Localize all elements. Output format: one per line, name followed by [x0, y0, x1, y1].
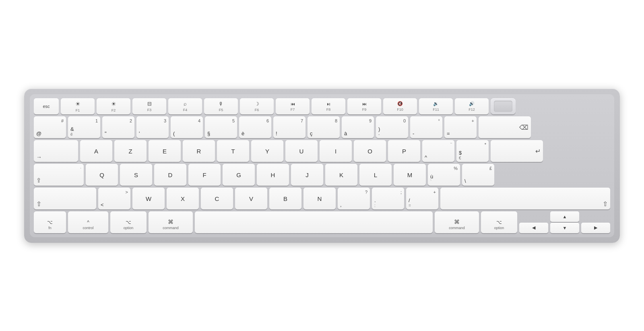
key-6[interactable]: 6 è [239, 116, 271, 138]
number-row: # @ 1 & é 2 " [34, 116, 610, 138]
key-f2[interactable]: ☀ F2 [97, 98, 130, 114]
key-9[interactable]: 9 à [342, 116, 374, 138]
key-m[interactable]: M [394, 164, 426, 186]
key-f8[interactable]: ⏯ F8 [312, 98, 345, 114]
key-j[interactable]: J [291, 164, 323, 186]
key-k[interactable]: K [325, 164, 357, 186]
key-l[interactable]: L [359, 164, 392, 186]
key-f4[interactable]: ⌕ F4 [168, 98, 202, 114]
key-f12[interactable]: 🔊 F12 [455, 98, 489, 114]
key-0[interactable]: 0 ) - [376, 116, 408, 138]
keyboard-inner: esc ☀ F1 ☀ F2 ⊟ F3 [30, 94, 614, 237]
key-enter[interactable]: ↵ [491, 140, 543, 162]
key-r[interactable]: R [183, 140, 215, 162]
key-3[interactable]: 3 ' [136, 116, 169, 138]
key-backspace[interactable]: ⌫ [479, 116, 531, 138]
key-h[interactable]: H [257, 164, 289, 186]
key-right-option[interactable]: ⌥ option [481, 211, 517, 233]
key-left-shift[interactable]: ⇧ [34, 188, 96, 209]
key-right-shift[interactable]: ⇧ [440, 188, 610, 209]
qwerty-row: → A Z E R T Y U [34, 140, 610, 162]
key-capslock[interactable]: · ⇪ [34, 164, 84, 186]
zxcv-row: ⇧ > < W X C V B [34, 188, 610, 209]
key-s[interactable]: S [120, 164, 152, 186]
key-slash[interactable]: + / = [406, 188, 438, 209]
key-arrow-right[interactable]: ▶ [581, 223, 610, 233]
key-f10[interactable]: 🔇 F10 [383, 98, 417, 114]
key-e[interactable]: E [149, 140, 181, 162]
key-8[interactable]: 8 ç [308, 116, 340, 138]
key-n[interactable]: N [303, 188, 336, 209]
key-q[interactable]: Q [86, 164, 118, 186]
key-i[interactable]: I [320, 140, 352, 162]
key-arrow-up[interactable]: ▲ [550, 211, 579, 222]
key-apos[interactable]: % ù ` [428, 164, 460, 186]
key-minus[interactable]: ° - [410, 116, 442, 138]
touch-id-button[interactable] [491, 98, 516, 114]
key-f9[interactable]: ⏭ F9 [347, 98, 381, 114]
key-fn[interactable]: ⌥ fn [34, 211, 66, 233]
key-f3[interactable]: ⊟ F3 [132, 98, 166, 114]
key-f6[interactable]: ☽ F6 [240, 98, 274, 114]
key-v[interactable]: V [235, 188, 267, 209]
key-o[interactable]: O [354, 140, 386, 162]
key-f[interactable]: F [188, 164, 221, 186]
key-g[interactable]: G [223, 164, 255, 186]
key-f5[interactable]: 🎙 F5 [204, 98, 238, 114]
key-hash[interactable]: £ \ [462, 164, 494, 186]
key-lbracket[interactable]: ¨ ^ [422, 140, 454, 162]
bottom-row: ⌥ fn ^ control ⌥ option [34, 211, 610, 233]
key-d[interactable]: D [154, 164, 186, 186]
key-a[interactable]: A [80, 140, 112, 162]
key-5[interactable]: 5 § [205, 116, 237, 138]
key-y[interactable]: Y [251, 140, 283, 162]
key-7[interactable]: 7 ! [273, 116, 305, 138]
key-spacebar[interactable] [195, 211, 433, 233]
key-4[interactable]: 4 ( [171, 116, 203, 138]
key-f1[interactable]: ☀ F1 [61, 98, 95, 114]
key-b[interactable]: B [269, 188, 301, 209]
key-left-option[interactable]: ⌥ option [110, 211, 147, 233]
key-z[interactable]: Z [114, 140, 147, 162]
key-esc[interactable]: esc [34, 98, 59, 114]
key-p[interactable]: P [388, 140, 420, 162]
key-w[interactable]: W [132, 188, 165, 209]
key-left-command[interactable]: ⌘ command [149, 211, 193, 233]
key-1[interactable]: 1 & é [68, 116, 100, 138]
key-right-command[interactable]: ⌘ command [435, 211, 479, 233]
touch-id-sensor [494, 101, 512, 112]
key-arrow-left[interactable]: ◀ [519, 223, 548, 233]
key-t[interactable]: T [217, 140, 249, 162]
key-f11[interactable]: 🔉 F11 [419, 98, 453, 114]
key-x[interactable]: X [167, 188, 199, 209]
key-period[interactable]: ; . : [372, 188, 404, 209]
key-f7[interactable]: ⏮ F7 [276, 98, 310, 114]
key-tab[interactable]: → [34, 140, 78, 162]
arrow-cluster: ▲ ◀ ▼ ▶ [519, 211, 610, 233]
key-c[interactable]: C [201, 188, 233, 209]
key-grave[interactable]: # @ [34, 116, 66, 138]
keyboard-body: esc ☀ F1 ☀ F2 ⊟ F3 [24, 89, 620, 243]
key-lt[interactable]: > < [98, 188, 130, 209]
key-2[interactable]: 2 " [102, 116, 134, 138]
key-rbracket[interactable]: * $ € [456, 140, 489, 162]
key-comma[interactable]: ? , [338, 188, 370, 209]
asdf-row: · ⇪ Q S D F G H J [34, 164, 610, 186]
key-control[interactable]: ^ control [68, 211, 108, 233]
key-equal[interactable]: + = [444, 116, 477, 138]
key-u[interactable]: U [285, 140, 318, 162]
key-arrow-down[interactable]: ▼ [550, 223, 579, 233]
fn-row: esc ☀ F1 ☀ F2 ⊟ F3 [34, 98, 610, 114]
